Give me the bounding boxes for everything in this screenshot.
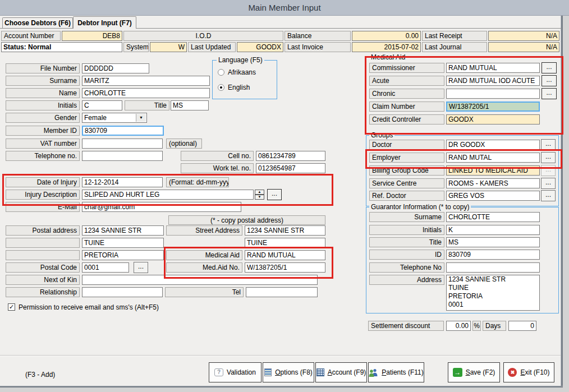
language-afrikaans-radio[interactable]: [218, 69, 224, 76]
doctor-field[interactable]: DR GOODX: [446, 140, 540, 150]
account-calculator-icon: [316, 368, 324, 376]
title-field[interactable]: MS: [171, 100, 209, 110]
service-centre-field[interactable]: ROOMS - KAMERS: [446, 178, 540, 188]
initials-field[interactable]: C: [82, 100, 122, 110]
telephone-field[interactable]: [82, 151, 163, 161]
acute-browse-button[interactable]: ...: [542, 75, 557, 86]
language-afrikaans-label: Afrikaans: [228, 68, 256, 76]
account-button-label: Account (F9): [328, 368, 366, 376]
member-id-label: Member ID: [6, 126, 80, 136]
employer-browse-button[interactable]: ...: [541, 152, 556, 163]
window-bottom-margin: [0, 388, 569, 392]
service-centre-label: Service Centre: [369, 178, 444, 188]
injury-description-spinner[interactable]: ▲ ▼: [255, 190, 264, 200]
language-english-radio[interactable]: [218, 84, 224, 91]
name-field[interactable]: CHORLOTTE: [82, 88, 210, 98]
surname-label: Surname: [6, 76, 80, 86]
tab-debtor-input[interactable]: Debtor Input (F7): [73, 16, 136, 29]
account-button[interactable]: Account (F9): [315, 362, 367, 382]
chronic-label: Chronic: [369, 89, 444, 99]
surname-field[interactable]: MARITZ: [82, 76, 210, 86]
file-number-field[interactable]: DDDDDD: [82, 63, 149, 73]
injury-description-label: Injury Description: [6, 190, 80, 200]
next-of-kin-label: Next of Kin: [6, 275, 80, 285]
doctor-browse-button[interactable]: ...: [541, 139, 556, 150]
settlement-discount-label: Settlement discount: [368, 321, 444, 331]
initials-label: Initials: [6, 100, 80, 110]
exit-button-label: Exit (F10): [520, 368, 549, 376]
date-of-injury-field[interactable]: 12-12-2014: [82, 177, 163, 187]
medical-aid-field[interactable]: RAND MUTUAL: [245, 250, 325, 260]
ref-doctor-field[interactable]: GREG VOS: [446, 191, 540, 201]
med-aid-no-label: Med.Aid No.: [166, 262, 242, 273]
guarantor-address-field[interactable]: 1234 SANNIE STR TUINE PRETORIA 0001: [446, 275, 540, 311]
postal-address-line3-field[interactable]: PRETORIA: [82, 250, 164, 260]
street-address-line2-field[interactable]: TUINE: [245, 238, 325, 248]
relationship-field[interactable]: [82, 287, 163, 297]
guarantor-telephone-field[interactable]: [446, 262, 540, 273]
settlement-days-field[interactable]: 0: [508, 321, 536, 331]
validation-button[interactable]: ? Validation: [209, 362, 261, 382]
window-right-margin: [563, 16, 569, 392]
employer-label: Employer: [369, 153, 444, 163]
patients-button-label: Patients (F11): [382, 368, 423, 376]
spin-down-icon[interactable]: ▼: [255, 195, 264, 200]
medical-aid-label: Medical Aid: [166, 250, 242, 260]
postal-address-line1-field[interactable]: 1234 SANNIE STR: [82, 225, 164, 236]
spin-up-icon[interactable]: ▲: [255, 190, 264, 195]
language-group-title: Language (F5): [217, 57, 264, 64]
vat-optional-hint: (optional): [166, 139, 202, 149]
chronic-browse-button[interactable]: ...: [542, 88, 557, 99]
gender-dropdown-icon[interactable]: ▼: [136, 114, 146, 122]
patients-button[interactable]: Patients (F11): [368, 362, 424, 382]
postal-address-line2-field[interactable]: TUINE: [82, 238, 164, 248]
next-of-kin-field[interactable]: [82, 275, 318, 285]
street-address-line1-field[interactable]: 1234 SANNIE STR: [245, 225, 325, 236]
options-button[interactable]: Options (F8): [263, 362, 314, 382]
injury-description-browse-button[interactable]: ...: [267, 189, 282, 200]
gender-label: Gender: [6, 113, 80, 123]
guarantor-initials-field[interactable]: K: [446, 225, 540, 235]
tab-choose-debtors[interactable]: Choose Debtors (F6): [2, 17, 73, 28]
status-value: Status: Normal: [1, 42, 122, 52]
vat-number-field[interactable]: [82, 139, 163, 149]
med-aid-no-field[interactable]: W/1387205/1: [245, 262, 325, 273]
save-button-label: Save (F2): [466, 368, 495, 376]
claim-number-field[interactable]: W/1387205/1: [446, 102, 540, 112]
employer-field[interactable]: RAND MUTAL: [446, 153, 540, 163]
gender-combobox[interactable]: Female ▼: [82, 113, 147, 123]
guarantor-title-field[interactable]: MS: [446, 237, 540, 247]
date-format-hint: (Format: dd-mm-yyyy): [166, 177, 229, 187]
exit-button[interactable]: ✖ Exit (F10): [503, 362, 554, 382]
street-address-label: Street Address: [166, 225, 242, 236]
chronic-field[interactable]: [446, 89, 540, 99]
service-centre-browse-button[interactable]: ...: [541, 178, 556, 189]
work-tel-field[interactable]: 0123654987: [256, 163, 325, 173]
last-invoice-value: 2015-07-02: [352, 42, 421, 52]
acute-field[interactable]: RAND MUTUAL IOD ACUTE: [446, 76, 540, 86]
account-number-label: Account Number: [1, 31, 61, 41]
postal-code-field[interactable]: 0001: [82, 262, 129, 273]
cell-no-field[interactable]: 0861234789: [256, 151, 325, 161]
postal-code-browse-button[interactable]: ...: [134, 262, 148, 273]
save-button[interactable]: → Save (F2): [448, 362, 500, 382]
guarantor-group-title: Guarantor Information (* to copy): [369, 204, 471, 211]
postal-code-label: Postal Code: [6, 262, 80, 273]
member-id-field[interactable]: 830709: [82, 126, 164, 136]
footer-separator: [0, 355, 562, 356]
commissioner-field[interactable]: RAND MUTUAL: [446, 63, 540, 73]
postal-address-line2-label: [6, 238, 80, 248]
injury-description-field[interactable]: SLIPED AND HURT LEG: [82, 190, 254, 200]
commissioner-browse-button[interactable]: ...: [542, 62, 557, 73]
email-field[interactable]: char@gmail.com: [82, 202, 241, 212]
telephone-label: Telephone no.: [6, 151, 80, 161]
balance-value: 0.00: [352, 31, 421, 41]
ref-doctor-browse-button[interactable]: ...: [541, 190, 556, 201]
guarantor-surname-field[interactable]: CHORLOTTE: [446, 212, 540, 222]
exit-cross-icon: ✖: [508, 368, 517, 377]
guarantor-id-field[interactable]: 830709: [446, 250, 540, 260]
permission-checkbox[interactable]: ✓: [8, 303, 15, 311]
settlement-discount-field[interactable]: 0.00: [446, 321, 471, 331]
tel-field[interactable]: [246, 287, 318, 297]
copy-postal-address-hint: (* - copy postal address): [168, 215, 325, 225]
